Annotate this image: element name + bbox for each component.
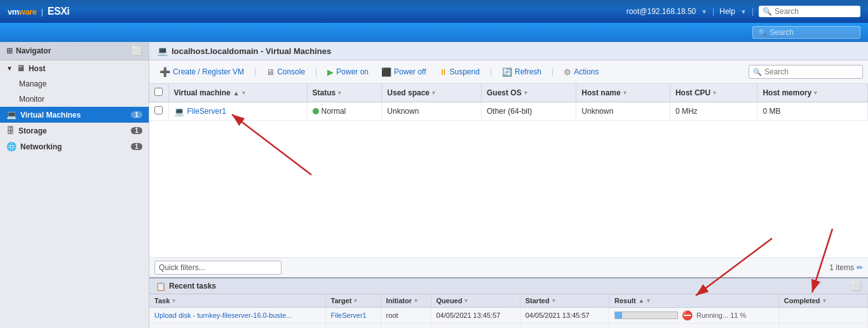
sidebar-item-virtual-machines[interactable]: 💻 Virtual Machines 1 (0, 107, 149, 123)
guest-os-col-sort[interactable]: Guest OS ▾ (487, 88, 571, 97)
vm-file-icon: 💻 (174, 107, 184, 116)
host-cpu-col-header[interactable]: Host CPU ▾ (670, 84, 757, 102)
chevron-down-icon: ▾ (242, 90, 245, 96)
target-col-header[interactable]: Target ▾ (325, 294, 381, 308)
running-text: Running... 11 % (696, 311, 746, 319)
toolbar-search-box[interactable]: 🔍 (749, 65, 863, 79)
chevron-down-icon2: ▾ (338, 90, 341, 96)
target-sort-icon: ▾ (354, 297, 357, 304)
status-col-sort[interactable]: Status ▾ (313, 88, 377, 97)
task-row: Delete Datastore FileNoneroot04/05/2021 … (149, 324, 868, 329)
collapse-icon[interactable]: ⬜ (132, 46, 142, 56)
task-initiator-cell: root (381, 324, 431, 329)
status-normal: Normal (313, 107, 377, 116)
started-col-sort[interactable]: Started ▾ (526, 297, 604, 304)
networking-badge: 1 (131, 143, 142, 150)
suspend-button[interactable]: ⏸ Suspend (434, 65, 485, 79)
row-checkbox[interactable] (154, 106, 163, 114)
sep2: | (315, 67, 317, 76)
sep4: | (552, 67, 553, 76)
cancel-icon[interactable]: ⛔ (682, 310, 693, 320)
quick-filters-select[interactable]: Quick filters... (154, 261, 281, 275)
tasks-collapse-icon[interactable]: ⬜ (851, 281, 862, 291)
task-target-link[interactable]: FileServer1 (331, 311, 367, 319)
task-initiator-cell: root (381, 308, 431, 324)
vm-name-text: FileServer1 (187, 107, 226, 116)
quick-filters-row: Quick filters... 1 items ✏ (149, 257, 868, 277)
started-col-header[interactable]: Started ▾ (520, 294, 609, 308)
vm-badge: 1 (131, 111, 142, 118)
actions-button[interactable]: ⚙ Actions (559, 65, 604, 79)
progress-bar-fill (615, 312, 622, 318)
logo-area: vmware | ESXi (8, 6, 69, 17)
result-col-header[interactable]: Result ▲ ▾ (609, 294, 779, 308)
completed-col-header[interactable]: Completed ▾ (778, 294, 867, 308)
host-name-cell: Unknown (576, 102, 670, 121)
help-link[interactable]: Help (719, 7, 735, 16)
result-col-sort[interactable]: Result ▲ ▾ (614, 297, 773, 304)
initiator-col-header[interactable]: Initiator ▾ (381, 294, 431, 308)
navigator-label: ⊞ Navigator (6, 46, 51, 55)
navigator-icon: ⊞ (6, 46, 13, 55)
edit-icon[interactable]: ✏ (857, 263, 863, 272)
used-space-col-sort[interactable]: Used space ▾ (387, 88, 476, 97)
select-all-checkbox[interactable] (154, 88, 163, 96)
tasks-header: 📋 Recent tasks ⬜ (149, 278, 868, 294)
host-name-col-header[interactable]: Host name ▾ (576, 84, 670, 102)
host-name-col-sort[interactable]: Host name ▾ (581, 88, 665, 97)
power-off-button[interactable]: ⬛ Power off (376, 65, 431, 79)
sidebar-storage-label: Storage (18, 126, 47, 135)
sidebar: ⊞ Navigator ⬜ ▼ 🖥 Host Manage Monitor 💻 … (0, 42, 149, 328)
power-on-button[interactable]: ▶ Power on (322, 65, 374, 79)
page-title: localhost.localdomain - Virtual Machines (172, 46, 331, 56)
chevron-down-icon6: ▾ (713, 90, 716, 96)
sidebar-item-monitor[interactable]: Monitor (0, 92, 149, 107)
create-register-button[interactable]: ➕ Create / Register VM (154, 64, 249, 79)
host-memory-col-header[interactable]: Host memory ▾ (757, 84, 868, 102)
sidebar-item-networking[interactable]: 🌐 Networking 1 (0, 139, 149, 154)
gear-icon: ⚙ (564, 67, 571, 77)
vm-col-header[interactable]: Virtual machine ▲ ▾ (168, 84, 307, 102)
queued-col-sort[interactable]: Queued ▾ (437, 297, 515, 304)
sidebar-item-manage[interactable]: Manage (0, 76, 149, 92)
app-header: vmware | ESXi root@192.168.18.50 ▼ | Hel… (0, 0, 868, 23)
sort-asc-icon: ▲ (233, 90, 240, 97)
toolbar-search-input[interactable] (764, 67, 860, 76)
user-display[interactable]: root@192.168.18.50 (627, 7, 696, 16)
vm-col-sort[interactable]: Virtual machine ▲ ▾ (174, 88, 302, 97)
used-space-col-header[interactable]: Used space ▾ (382, 84, 482, 102)
host-memory-col-sort[interactable]: Host memory ▾ (763, 88, 862, 97)
expand-arrow-icon: ▼ (6, 65, 13, 72)
task-link[interactable]: Upload disk - turnkey-fileserver-16.0-bu… (154, 311, 292, 319)
task-started-cell: 04/05/2021 13:45:57 (520, 308, 609, 324)
row-checkbox-cell (149, 102, 168, 121)
header-search-input[interactable] (775, 7, 857, 16)
sub-search-input[interactable] (770, 28, 858, 37)
refresh-button[interactable]: 🔄 Refresh (497, 65, 546, 79)
queued-col-header[interactable]: Queued ▾ (431, 294, 520, 308)
header-search-box[interactable]: 🔍 (759, 6, 860, 17)
vm-page-icon: 💻 (157, 46, 168, 56)
power-off-icon: ⬛ (381, 67, 391, 77)
console-button[interactable]: 🖥 Console (261, 65, 310, 79)
status-col-header[interactable]: Status ▾ (307, 84, 382, 102)
sidebar-item-host[interactable]: ▼ 🖥 Host (0, 60, 149, 76)
vm-name-link[interactable]: 💻 FileServer1 (174, 107, 302, 116)
initiator-col-sort[interactable]: Initiator ▾ (386, 297, 426, 304)
content-header: 💻 localhost.localdomain - Virtual Machin… (149, 42, 868, 60)
sub-search-box[interactable]: 🔍 (752, 26, 860, 39)
tasks-title: 📋 Recent tasks (156, 282, 216, 291)
chevron-down-icon7: ▾ (814, 90, 817, 96)
guest-os-cell: Other (64-bit) (482, 102, 576, 121)
status-cell: Normal (307, 102, 382, 121)
guest-os-col-header[interactable]: Guest OS ▾ (482, 84, 576, 102)
completed-col-sort[interactable]: Completed ▾ (784, 297, 862, 304)
target-col-sort[interactable]: Target ▾ (331, 297, 376, 304)
task-col-sort[interactable]: Task ▾ (154, 297, 320, 304)
header-right: root@192.168.18.50 ▼ | Help ▼ | 🔍 (627, 6, 860, 17)
host-cpu-col-sort[interactable]: Host CPU ▾ (675, 88, 752, 97)
sidebar-item-storage[interactable]: 🗄 Storage 1 (0, 123, 149, 139)
task-result-cell: ⛔ Running... 11 % (609, 308, 779, 324)
search-icon: 🔍 (763, 7, 772, 16)
task-col-header[interactable]: Task ▾ (149, 294, 325, 308)
